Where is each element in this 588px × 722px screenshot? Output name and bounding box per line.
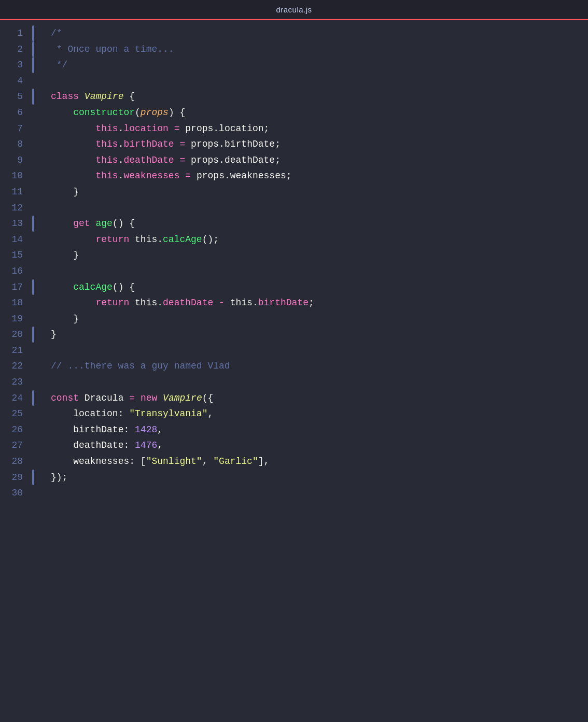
code-line-10: this.weaknesses = props.weaknesses; [51,168,578,184]
line-num-2: 2 [10,41,23,58]
line-num-24: 24 [10,390,23,406]
code-line-25: location: "Transylvania", [51,406,578,422]
gutter-19 [31,311,35,327]
code-line-11: } [51,184,578,200]
line-num-12: 12 [10,200,23,216]
gutter-15 [31,247,35,263]
code-line-17: calcAge() { [51,279,578,295]
line-numbers: 1 2 3 4 5 6 7 8 9 10 11 12 13 14 15 16 1… [0,25,31,717]
code-line-16 [51,263,578,279]
line-num-18: 18 [10,295,23,311]
code-line-8: this.birthDate = props.birthDate; [51,136,578,152]
line-num-29: 29 [10,470,23,486]
code-area: /* * Once upon a time... */ class Vampir… [40,25,588,717]
code-line-3: */ [51,57,578,73]
gutter-bar-13 [32,216,34,232]
line-num-19: 19 [10,311,23,327]
code-line-9: this.deathDate = props.deathDate; [51,152,578,168]
code-line-12 [51,200,578,216]
code-line-30 [51,485,578,501]
code-line-5: class Vampire { [51,89,578,105]
gutter-26 [31,422,35,438]
line-num-6: 6 [10,105,23,121]
line-num-7: 7 [10,121,23,137]
gutter-4 [31,73,35,89]
gutter-1 [31,25,35,41]
line-num-20: 20 [10,327,23,343]
gutter-bar-3 [32,57,34,73]
line-num-15: 15 [10,247,23,263]
code-line-6: constructor(props) { [51,105,578,121]
gutter-14 [31,232,35,248]
line-num-27: 27 [10,437,23,454]
code-line-18: return this.deathDate - this.birthDate; [51,295,578,311]
title-bar: dracula.js [0,0,588,20]
gutter-bar-5 [32,89,34,105]
code-line-28: weaknesses: ["Sunlight", "Garlic"], [51,454,578,470]
code-line-24: const Dracula = new Vampire({ [51,390,578,406]
gutter-2 [31,41,35,58]
gutter-25 [31,406,35,422]
gutter-6 [31,105,35,121]
code-line-7: this.location = props.location; [51,121,578,137]
gutter-24 [31,390,35,406]
code-line-14: return this.calcAge(); [51,232,578,248]
line-num-26: 26 [10,422,23,438]
line-num-28: 28 [10,454,23,470]
code-line-23 [51,374,578,390]
code-line-29: }); [51,470,578,486]
line-num-8: 8 [10,136,23,152]
code-line-22: // ...there was a guy named Vlad [51,358,578,374]
line-num-30: 30 [10,485,23,501]
gutter-18 [31,295,35,311]
gutter-20 [31,327,35,343]
gutter-13 [31,216,35,232]
gutter-12 [31,200,35,216]
gutter-22 [31,358,35,374]
gutter-27 [31,437,35,454]
gutter-10 [31,168,35,184]
gutter-bar-2 [32,41,34,58]
gutter-column [31,25,35,717]
line-num-22: 22 [10,358,23,374]
code-line-4 [51,73,578,89]
gutter-16 [31,263,35,279]
gutter-28 [31,454,35,470]
editor: 1 2 3 4 5 6 7 8 9 10 11 12 13 14 15 16 1… [0,20,588,722]
line-num-4: 4 [10,73,23,89]
gutter-9 [31,152,35,168]
gutter-bar-1 [32,25,34,41]
gutter-17 [31,279,35,295]
code-line-21 [51,343,578,359]
gutter-3 [31,57,35,73]
gutter-30 [31,485,35,501]
line-num-5: 5 [10,89,23,105]
gutter-23 [31,374,35,390]
code-line-19: } [51,311,578,327]
gutter-8 [31,136,35,152]
code-line-27: deathDate: 1476, [51,437,578,454]
line-num-1: 1 [10,25,23,41]
code-line-13: get age() { [51,216,578,232]
gutter-7 [31,121,35,137]
code-line-1: /* [51,25,578,41]
gutter-11 [31,184,35,200]
gutter-bar-17 [32,279,34,295]
line-num-13: 13 [10,216,23,232]
code-line-15: } [51,247,578,263]
gutter-5 [31,89,35,105]
line-num-23: 23 [10,374,23,390]
line-num-9: 9 [10,152,23,168]
file-title: dracula.js [276,5,312,14]
gutter-21 [31,343,35,359]
code-line-26: birthDate: 1428, [51,422,578,438]
line-num-25: 25 [10,406,23,422]
line-num-14: 14 [10,232,23,248]
gutter-29 [31,470,35,486]
line-num-21: 21 [10,343,23,359]
code-line-20: } [51,327,578,343]
line-num-16: 16 [10,263,23,279]
gutter-bar-20 [32,327,34,343]
gutter-bar-29 [32,470,34,486]
code-line-2: * Once upon a time... [51,41,578,58]
